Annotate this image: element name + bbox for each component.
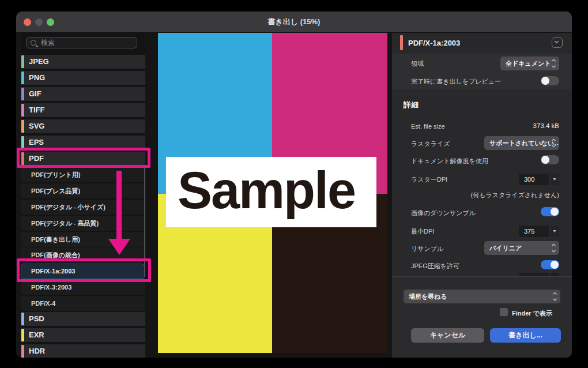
sidebar-item-pdf-flatten[interactable]: PDF(画像の統合) [21,247,145,262]
sidebar-item-pdf-export[interactable]: PDF(書き出し用) [21,232,145,247]
sidebar-item-label: TIFF [29,103,44,117]
toggle-knob [551,261,559,269]
sidebar-item-png[interactable]: PNG [21,71,145,85]
updown-chevrons-icon [552,245,555,252]
sidebar-item-gif[interactable]: GIF [21,87,145,101]
allow-jpeg-label: JPEG圧縮を許可 [411,262,459,271]
preview-on-complete-label: 完了時に書き出しをプレビュー [411,77,501,86]
min-dpi-value: 375 [524,228,534,235]
sidebar-item-pdf[interactable]: PDF [21,152,145,166]
area-value: 全ドキュメント [506,60,551,67]
preset-header: PDF/X-1a:2003 [392,33,572,54]
rasterize-label: ラスタライズ [411,140,450,148]
updown-chevrons-icon [553,293,556,301]
resample-value: バイリニア [489,245,522,251]
sidebar-item-hdr[interactable]: HDR [21,344,145,358]
sidebar-item-eps[interactable]: EPS [21,136,145,149]
preset-label: PDF/X-3:2003 [31,280,71,295]
sidebar-item-pdf-digital-high[interactable]: PDF(デジタル - 高品質) [21,216,145,231]
titlebar: 書き出し (15%) [16,12,572,33]
document-preview: Sample [158,33,387,353]
min-dpi-dropdown-arrow[interactable] [551,226,559,237]
settings-panel: PDF/X-1a:2003 領域 全ドキュメント 完了時に書き出しをプレビュー … [392,33,572,358]
format-accent-bar [21,313,24,325]
est-file-size-value: 373.4 kB [533,122,559,129]
updown-chevrons-icon [552,60,555,67]
rasterize-dropdown[interactable]: サポートされていない… [484,136,559,150]
sidebar-item-label: JPEG [29,55,49,69]
preset-label: PDF(デジタル - 高品質) [31,216,99,231]
sidebar-item-svg[interactable]: SVG [21,119,145,133]
area-dropdown[interactable]: 全ドキュメント [500,57,559,70]
triangle-down-icon [553,178,556,181]
details-header: 詳細 [404,100,419,110]
resample-dropdown[interactable]: バイリニア [484,241,559,255]
sidebar-item-jpeg[interactable]: JPEG [21,55,145,69]
preset-accent-bar [400,35,403,50]
format-accent-bar [21,120,24,133]
preview-on-complete-toggle[interactable] [541,76,559,85]
updown-chevrons-icon [552,140,555,147]
sidebar-item-psd[interactable]: PSD [21,312,145,326]
preset-title: PDF/X-1a:2003 [408,33,460,54]
downsample-toggle[interactable] [541,207,559,216]
raster-dpi-label: ラスターDPI [411,175,447,184]
format-accent-bar [21,104,24,117]
sidebar-item-pdfx-4[interactable]: PDF/X-4 [21,296,145,311]
sample-text: Sample [166,164,355,220]
sidebar-item-pdf-digital-small[interactable]: PDF(デジタル - 小サイズ) [21,200,145,215]
location-dropdown[interactable]: 場所を尋ねる [404,290,560,303]
show-in-finder-checkbox[interactable] [500,308,508,316]
sample-text-band: Sample [166,157,376,227]
export-dialog-window: 書き出し (15%) JPEG PNG GIF TIFF [16,12,572,358]
preset-label: PDF/X-4 [31,296,55,311]
cancel-button[interactable]: キャンセル [411,328,484,343]
sidebar-item-tiff[interactable]: TIFF [21,103,145,117]
sidebar-item-label: EPS [29,136,44,149]
show-in-finder-label: Finder で表示 [512,309,552,318]
toggle-knob [541,77,549,85]
clipped-setting-control [519,273,549,276]
preset-label: PDF(画像の統合) [31,247,80,262]
sidebar-item-label: EXR [29,328,44,342]
dialog-body: JPEG PNG GIF TIFF SVG EPS [16,33,572,358]
preset-label: PDF(プレス品質) [31,183,80,198]
resample-label: リサンプル [411,245,443,253]
location-value: 場所を尋ねる [409,293,447,300]
raster-dpi-input[interactable]: 300 [519,174,549,185]
search-icon [31,40,36,46]
search-field[interactable] [26,37,137,48]
toggle-knob [551,208,559,216]
toggle-knob [541,156,549,164]
format-accent-bar [21,55,24,68]
raster-dpi-dropdown-arrow[interactable] [551,174,559,185]
sidebar-item-label: PDF [29,152,44,166]
rasterize-note: (何もラスタライズされません) [471,191,559,200]
allow-jpeg-toggle[interactable] [541,260,559,269]
use-doc-resolution-toggle[interactable] [541,155,559,164]
preset-collapse-button[interactable] [552,37,563,48]
sidebar-item-label: HDR [29,344,45,358]
preview-area: Sample [145,33,392,358]
format-accent-bar [21,152,24,165]
use-doc-resolution-label: ドキュメント解像度を使用 [411,157,488,166]
preset-label: PDF/X-1a:2003 [31,264,75,279]
format-accent-bar [21,72,24,84]
format-accent-bar [21,345,24,358]
sidebar-item-pdfx-1a-selected[interactable]: PDF/X-1a:2003 [21,264,145,279]
export-button[interactable]: 書き出し... [490,328,561,343]
area-label: 領域 [411,59,424,68]
preset-label: PDF(書き出し用) [31,232,80,247]
sidebar-item-label: SVG [29,119,44,133]
downsample-label: 画像のダウンサンプル [411,209,476,217]
min-dpi-input[interactable]: 375 [519,226,549,237]
preset-label: PDF(プリント用) [31,167,80,182]
window-title: 書き出し (15%) [16,12,572,32]
sidebar-item-exr[interactable]: EXR [21,328,145,342]
sidebar-item-pdf-press[interactable]: PDF(プレス品質) [21,183,145,198]
clipped-setting-control [551,273,559,276]
sidebar-item-pdfx-3[interactable]: PDF/X-3:2003 [21,280,145,295]
rasterize-value: サポートされていない… [489,140,559,147]
sidebar-item-pdf-print[interactable]: PDF(プリント用) [21,167,145,182]
search-input[interactable] [40,38,137,47]
